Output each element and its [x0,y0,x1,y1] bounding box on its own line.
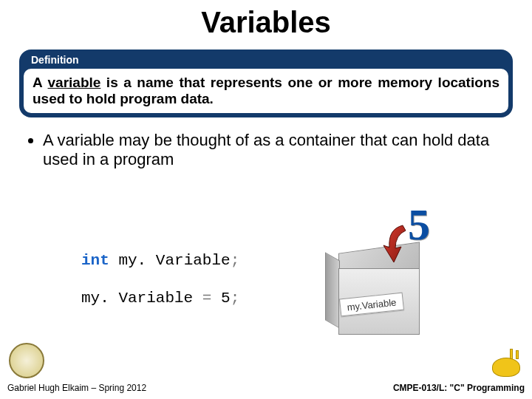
value-five: 5 [408,200,430,250]
assign-val: 5 [221,290,231,307]
def-post: is a name that represents one or more me… [33,75,499,106]
footer-author: Gabriel Hugh Elkaim – Spring 2012 [7,383,146,393]
arrow-down-icon [381,222,410,266]
bullet-list: A variable may be thought of as a contai… [27,131,505,169]
definition-box: Definition A variable is a name that rep… [19,50,513,117]
definition-text: A variable is a name that represents one… [24,69,508,113]
keyword-int: int [81,252,109,269]
university-seal-icon [9,343,44,378]
assign-left: my. Variable [81,290,202,307]
equals: = [202,290,221,307]
code-line-2: my. Variable = 5; [81,289,239,307]
def-term: variable [48,75,101,90]
code-block: int my. Variable; my. Variable = 5; [81,251,239,307]
slug-mascot-icon [488,349,525,381]
def-pre: A [33,75,48,90]
container-illustration: my.Variable 5 [318,200,466,347]
bullet-item: A variable may be thought of as a contai… [43,131,505,169]
semicolon: ; [231,252,240,269]
code-line-1: int my. Variable; [81,251,239,270]
decl-name: my. Variable [109,252,231,269]
definition-label: Definition [31,54,508,66]
semicolon-2: ; [231,290,240,307]
slide-title: Variables [0,6,532,39]
footer-course: CMPE-013/L: "C" Programming [393,383,525,393]
